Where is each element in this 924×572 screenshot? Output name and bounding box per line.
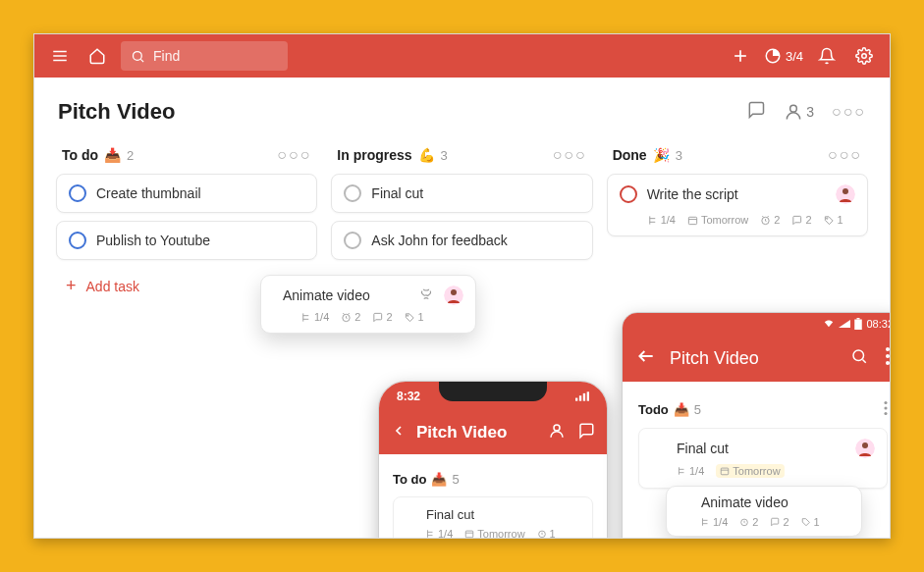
flex-icon: 💪 — [418, 147, 435, 163]
more-icon[interactable] — [886, 347, 890, 369]
svg-rect-41 — [722, 468, 730, 475]
search-input[interactable] — [153, 48, 251, 64]
person-icon[interactable] — [548, 422, 566, 443]
add-icon[interactable] — [727, 42, 754, 70]
column-more-icon[interactable]: ○○○ — [553, 146, 587, 164]
task-card[interactable]: Publish to Youtube — [56, 221, 317, 260]
back-icon[interactable] — [391, 423, 407, 442]
reminder-meta: 1 — [537, 528, 556, 539]
svg-point-17 — [451, 289, 457, 295]
checkbox-icon[interactable] — [344, 184, 361, 202]
ios-nav-bar: Pitch Video — [379, 411, 607, 454]
inbox-icon: 📥 — [431, 472, 447, 487]
due-meta: Tomorrow — [464, 528, 524, 539]
comments-icon[interactable] — [746, 100, 766, 124]
signal-icon — [575, 391, 589, 401]
settings-icon[interactable] — [850, 42, 878, 70]
checkbox-icon[interactable] — [69, 232, 86, 249]
task-card[interactable]: Final cut — [331, 174, 592, 213]
task-card[interactable]: Write the script 1/4 Tomorrow 2 2 1 — [607, 174, 868, 236]
project-more-icon[interactable]: ○○○ — [832, 103, 866, 121]
productivity-indicator[interactable]: 3/4 — [764, 47, 803, 65]
checkbox-icon[interactable] — [677, 495, 691, 510]
task-card[interactable]: Final cut 1/4 Tomorrow — [638, 428, 888, 489]
ios-phone-mock: 8:32 Pitch Video To do 📥 5 — [378, 381, 608, 539]
subtasks-meta: 1/4 — [425, 528, 453, 539]
back-icon[interactable] — [636, 346, 656, 370]
svg-point-19 — [407, 314, 408, 315]
app-window: 3/4 Pitch Video 3 ○○○ — [33, 33, 891, 539]
checkbox-icon[interactable] — [344, 232, 361, 249]
inbox-icon: 📥 — [104, 147, 121, 163]
checkbox-icon[interactable] — [404, 507, 418, 522]
pie-icon — [764, 47, 782, 65]
home-icon[interactable] — [83, 42, 111, 70]
task-title: Animate video — [283, 287, 408, 303]
search-icon — [131, 49, 145, 64]
svg-point-40 — [862, 442, 868, 448]
task-title: Final cut — [371, 185, 423, 201]
dragging-task-card[interactable]: Animate video 1/4 2 2 1 — [666, 486, 862, 537]
section-more-icon[interactable] — [884, 401, 888, 418]
person-icon — [784, 102, 803, 122]
section-title: Todo — [638, 402, 669, 417]
task-title: Create thumbnail — [96, 185, 201, 201]
svg-point-36 — [884, 401, 887, 404]
add-task-label: Add task — [86, 279, 139, 294]
column-count: 3 — [676, 148, 682, 163]
labels-meta: 1 — [824, 214, 843, 226]
android-nav-bar: Pitch Video — [623, 335, 891, 382]
tada-icon: 🎉 — [653, 147, 670, 163]
reminder-meta: 2 — [760, 214, 780, 226]
comments-meta: 2 — [791, 214, 811, 226]
column-more-icon[interactable]: ○○○ — [277, 146, 311, 164]
svg-line-4 — [140, 59, 143, 62]
column-count: 3 — [441, 148, 448, 163]
ios-status-bar: 8:32 — [379, 382, 607, 411]
menu-icon[interactable] — [46, 42, 74, 70]
search-field[interactable] — [121, 41, 288, 71]
checkbox-icon[interactable] — [620, 185, 637, 203]
labels-meta: 1 — [405, 311, 424, 323]
search-icon[interactable] — [850, 347, 868, 369]
project-header: Pitch Video 3 ○○○ — [34, 78, 890, 134]
svg-rect-20 — [575, 398, 577, 401]
comments-icon[interactable] — [577, 422, 595, 443]
reminder-meta: 2 — [341, 311, 360, 323]
project-title: Pitch Video — [58, 99, 175, 125]
share-button[interactable]: 3 — [784, 102, 814, 122]
notifications-icon[interactable] — [813, 42, 841, 70]
section-count: 5 — [452, 472, 459, 487]
people-count: 3 — [806, 104, 814, 120]
subtasks-meta: 1/4 — [677, 465, 704, 477]
android-phone-mock: 08:32 Pitch Video Todo 📥 5 — [622, 312, 891, 539]
svg-rect-22 — [583, 393, 585, 401]
task-title: Publish to Youtube — [96, 233, 210, 248]
dragging-task-card[interactable]: Animate video 1/4 2 2 1 — [260, 275, 476, 334]
assignee-avatar — [855, 439, 875, 458]
ios-time: 8:32 — [397, 390, 420, 403]
svg-point-9 — [790, 105, 797, 112]
task-card[interactable]: Final cut 1/4 Tomorrow 1 1 1 — [393, 496, 593, 539]
column-more-icon[interactable]: ○○○ — [828, 146, 862, 164]
svg-rect-23 — [587, 391, 589, 400]
task-title: Ask John for feedback — [371, 233, 508, 248]
task-title: Write the script — [647, 186, 826, 202]
signal-icon — [839, 319, 850, 329]
drag-icon — [418, 286, 434, 305]
topbar: 3/4 — [34, 34, 890, 78]
svg-rect-29 — [857, 318, 860, 320]
column-count: 2 — [127, 148, 134, 163]
checkbox-icon[interactable] — [651, 441, 667, 456]
comments-meta: 2 — [770, 516, 788, 528]
due-meta: Tomorrow — [687, 214, 748, 226]
inbox-icon: 📥 — [674, 402, 689, 417]
task-card[interactable]: Create thumbnail — [56, 174, 317, 213]
svg-point-37 — [884, 406, 887, 409]
svg-point-15 — [826, 217, 827, 218]
subtasks-meta: 1/4 — [700, 516, 728, 528]
svg-point-33 — [886, 347, 890, 351]
task-card[interactable]: Ask John for feedback — [331, 221, 592, 260]
column-title: Done — [613, 147, 647, 163]
checkbox-icon[interactable] — [69, 184, 86, 202]
